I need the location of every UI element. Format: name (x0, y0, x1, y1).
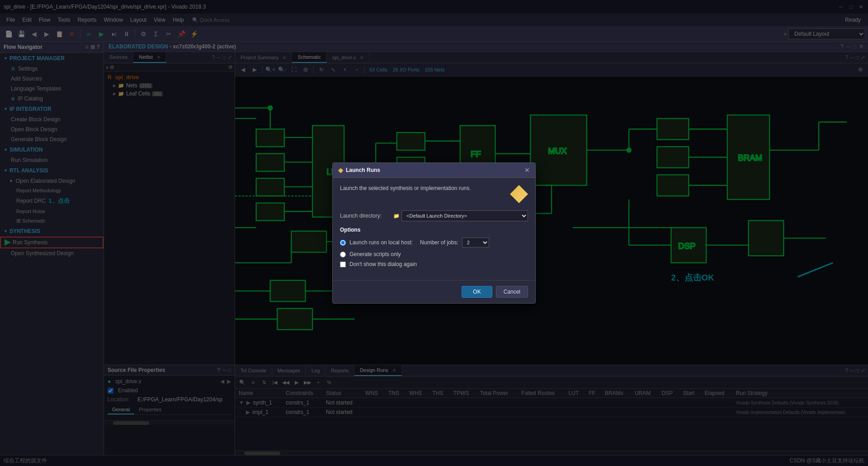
modal-title: ◆ Launch Runs (338, 166, 380, 174)
modal-dont-show-row: Don't show this dialog again (340, 261, 528, 267)
modal-launch-dir-field: Launch directory: 📁 <Default Launch Dire… (340, 210, 528, 221)
launch-dir-folder-icon: 📁 (393, 213, 400, 219)
modal-logo-container (510, 185, 528, 203)
launch-dir-input-group: 📁 <Default Launch Directory> (393, 210, 528, 221)
radio-local-host-label: Launch runs on local host: (349, 239, 413, 246)
modal-overlay[interactable]: ◆ Launch Runs ✕ Launch the selected synt… (0, 0, 868, 466)
modal-launch-dir-label: Launch directory: (340, 213, 390, 219)
modal-title-text: Launch Runs (346, 167, 380, 173)
launch-dir-select[interactable]: <Default Launch Directory> (401, 210, 528, 221)
jobs-select[interactable]: 2 1 3 4 (462, 238, 489, 247)
radio-scripts-only[interactable] (340, 252, 346, 257)
modal-radio-scripts-only: Generate scripts only (340, 251, 528, 257)
modal-ok-btn[interactable]: OK (462, 286, 492, 298)
vivado-diamond-logo (510, 185, 528, 203)
radio-scripts-only-label: Generate scripts only (349, 251, 401, 257)
modal-cancel-btn[interactable]: Cancel (496, 286, 528, 298)
modal-desc: Launch the selected synthesis or impleme… (340, 185, 471, 196)
dont-show-label: Don't show this dialog again (349, 261, 417, 267)
dont-show-checkbox[interactable] (340, 262, 346, 267)
modal-vivado-icon: ◆ (338, 166, 343, 174)
modal-desc-row: Launch the selected synthesis or impleme… (340, 185, 528, 203)
modal-header: ◆ Launch Runs ✕ (333, 163, 535, 178)
jobs-label: Number of jobs: (420, 239, 458, 246)
modal-body: Launch the selected synthesis or impleme… (333, 178, 535, 280)
modal-close-btn[interactable]: ✕ (524, 166, 530, 174)
modal-footer: OK Cancel (333, 280, 535, 303)
modal-options-title: Options (340, 227, 528, 233)
modal-radio-local-host: Launch runs on local host: Number of job… (340, 238, 528, 247)
radio-local-host[interactable] (340, 240, 346, 246)
launch-runs-dialog: ◆ Launch Runs ✕ Launch the selected synt… (332, 162, 536, 304)
